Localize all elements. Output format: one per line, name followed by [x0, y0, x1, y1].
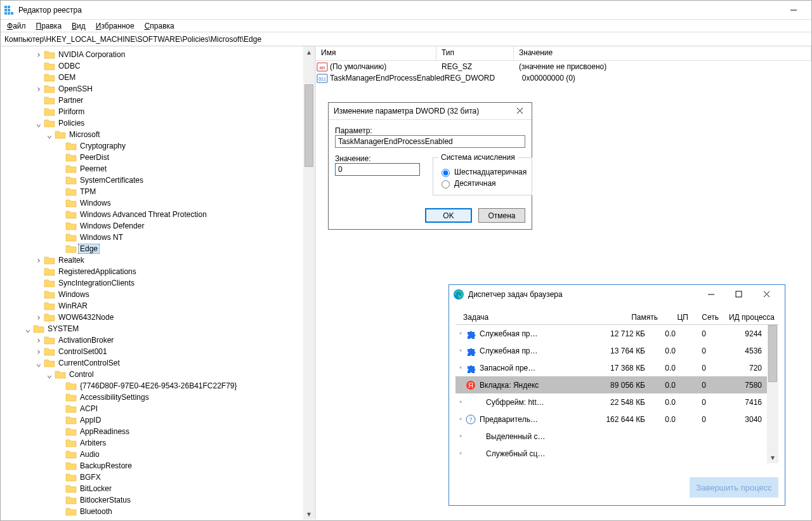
expand-toggle[interactable]: ⌄ [22, 324, 34, 333]
value-row[interactable]: TaskManagerEndProcessEnabledREG_DWORD0x0… [316, 72, 811, 84]
tree-item[interactable]: ⌄SYSTEM [1, 323, 315, 334]
expand-toggle[interactable]: · [33, 96, 44, 105]
address-text[interactable]: Компьютер\HKEY_LOCAL_MACHINE\SOFTWARE\Po… [4, 35, 808, 44]
tree-item[interactable]: ·ACPI [1, 403, 315, 414]
expand-toggle[interactable]: · [55, 176, 66, 185]
expand-toggle[interactable]: · [55, 484, 66, 493]
expand-toggle[interactable]: ⌄ [44, 130, 55, 139]
tree-item[interactable]: ·BackupRestore [1, 460, 315, 472]
expand-toggle[interactable]: · [55, 221, 66, 230]
radio-hex[interactable] [442, 169, 450, 177]
tree-item[interactable]: ›Realtek [1, 254, 315, 266]
tree-item[interactable]: ·PeerDist [1, 152, 315, 163]
expand-toggle[interactable]: · [55, 473, 66, 482]
expand-toggle[interactable]: · [55, 439, 66, 447]
expand-toggle[interactable]: · [55, 187, 66, 196]
tree-item[interactable]: ·ODBC [1, 60, 315, 72]
ok-button[interactable]: OK [425, 208, 472, 223]
expand-toggle[interactable]: › [33, 256, 44, 265]
close-button[interactable] [753, 287, 781, 302]
expand-toggle[interactable]: · [55, 404, 66, 413]
expand-toggle[interactable]: · [55, 142, 66, 150]
cancel-button[interactable]: Отмена [478, 208, 525, 223]
tree-item[interactable]: ·SyncIntegrationClients [1, 277, 315, 289]
expand-toggle[interactable]: · [55, 381, 66, 390]
tree-item[interactable]: ⌄CurrentControlSet [1, 357, 315, 369]
tree-item[interactable]: ·Partner [1, 95, 315, 106]
tree-item[interactable]: ⌄Microsoft [1, 129, 315, 140]
value-field[interactable] [335, 163, 420, 176]
tree-item[interactable]: ·{7746D80F-97E0-4E26-9543-26B41FC22F79} [1, 380, 315, 392]
tree-item[interactable]: ·Windows [1, 197, 315, 209]
tree-scrollbar[interactable]: ▴ ▾ [303, 46, 315, 520]
expand-toggle[interactable]: › [33, 50, 44, 59]
expand-toggle[interactable]: · [55, 496, 66, 505]
expand-toggle[interactable]: · [55, 153, 66, 162]
scroll-thumb[interactable] [768, 325, 777, 382]
tree-item[interactable]: ·RegisteredApplications [1, 266, 315, 277]
expand-toggle[interactable]: · [55, 164, 66, 173]
tree-item[interactable]: ·Peernet [1, 163, 315, 175]
tree-item[interactable]: ›WOW6432Node [1, 312, 315, 323]
header-value[interactable]: Значение [514, 46, 811, 60]
tree-item[interactable]: ·Arbiters [1, 437, 315, 449]
expand-toggle[interactable]: · [55, 416, 66, 425]
tree-item[interactable]: ·AccessibilitySettings [1, 392, 315, 403]
tree-item[interactable]: ⌄Policies [1, 117, 315, 129]
tm-titlebar[interactable]: Диспетчер задач браузера [449, 285, 785, 304]
tree-item[interactable]: ·SystemCertificates [1, 175, 315, 186]
task-row[interactable]: •Служебная пр…12 712 КБ0.009244 [455, 325, 778, 342]
tree-item[interactable]: ›ControlSet001 [1, 346, 315, 357]
expand-toggle[interactable]: · [55, 233, 66, 242]
expand-toggle[interactable]: › [33, 84, 44, 93]
expand-toggle[interactable]: › [33, 347, 44, 356]
maximize-button[interactable] [725, 287, 753, 302]
tree-item[interactable]: ·Piriform [1, 106, 315, 117]
menu-item[interactable]: Избранное [92, 21, 138, 31]
col-cpu[interactable]: ЦП [662, 313, 692, 322]
col-task[interactable]: Задача [455, 313, 606, 322]
tree-item[interactable]: ›OpenSSH [1, 83, 315, 95]
expand-toggle[interactable]: · [33, 267, 44, 276]
tree-item[interactable]: ·Windows Advanced Threat Protection [1, 209, 315, 220]
tree-item[interactable]: ·AppReadiness [1, 426, 315, 437]
close-button[interactable] [514, 105, 527, 117]
menu-item[interactable]: Справка [141, 21, 178, 31]
tree-item[interactable]: ·BitLocker [1, 483, 315, 494]
expand-toggle[interactable]: · [55, 427, 66, 436]
header-type[interactable]: Тип [436, 46, 514, 60]
tree-item[interactable]: ·OEM [1, 72, 315, 83]
end-process-button[interactable]: Завершить процесс [690, 477, 778, 498]
tree-item[interactable]: ⌄Control [1, 369, 315, 380]
task-row[interactable]: •Запасной пре…17 368 КБ0.00720 [455, 359, 778, 376]
expand-toggle[interactable]: · [33, 107, 44, 116]
expand-toggle[interactable]: · [55, 244, 66, 253]
header-name[interactable]: Имя [316, 46, 436, 60]
expand-toggle[interactable]: · [55, 450, 66, 459]
col-pid[interactable]: ИД процесса [723, 313, 778, 322]
expand-toggle[interactable]: · [55, 210, 66, 219]
expand-toggle[interactable]: › [33, 336, 44, 345]
expand-toggle[interactable]: › [33, 313, 44, 322]
dialog-titlebar[interactable]: Изменение параметра DWORD (32 бита) [329, 103, 532, 120]
tree-item[interactable]: ›ActivationBroker [1, 334, 315, 346]
expand-toggle[interactable]: · [33, 73, 44, 82]
param-field[interactable] [335, 135, 525, 148]
expand-toggle[interactable]: ⌄ [44, 370, 55, 379]
task-row[interactable]: •Служебная пр…13 764 КБ0.004536 [455, 342, 778, 359]
radio-dec[interactable] [442, 180, 450, 188]
scroll-down-icon[interactable]: ▾ [303, 508, 315, 520]
tree-item[interactable]: ·BGFX [1, 472, 315, 483]
menu-item[interactable]: Вид [68, 21, 89, 31]
tree-item[interactable]: ·Windows Defender [1, 220, 315, 232]
tree-item[interactable]: ·Audio [1, 449, 315, 460]
task-row[interactable]: •Предваритель…162 644 КБ0.003040 [455, 411, 778, 428]
tree-item[interactable]: ·WinRAR [1, 300, 315, 312]
expand-toggle[interactable]: · [55, 461, 66, 470]
expand-toggle[interactable]: · [55, 393, 66, 402]
tree-item[interactable]: ·TPM [1, 186, 315, 197]
radio-hex-label[interactable]: Шестнадцатеричная [454, 168, 527, 176]
task-scrollbar[interactable]: ▾ [767, 325, 778, 463]
col-net[interactable]: Сеть [692, 313, 723, 322]
expand-toggle[interactable]: · [33, 62, 44, 70]
